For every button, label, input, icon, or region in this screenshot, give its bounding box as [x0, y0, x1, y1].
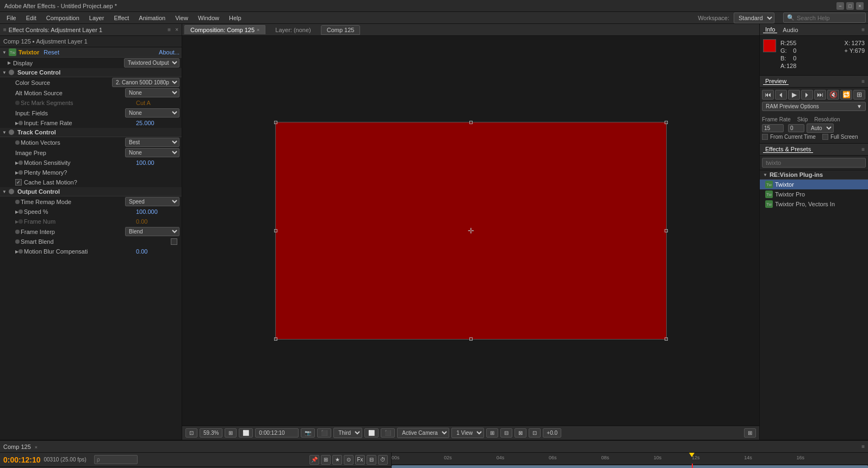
skip-to-end-button[interactable]: ⏭	[814, 90, 826, 100]
motion-sensitivity-value[interactable]: 100.00	[136, 159, 179, 166]
workspace-select[interactable]: Standard	[734, 13, 774, 23]
menu-edit[interactable]: Edit	[22, 14, 41, 22]
search-box[interactable]: 🔍	[783, 13, 866, 23]
handle-left[interactable]	[274, 229, 277, 232]
maximize-viewer-btn[interactable]: ⊞	[744, 428, 756, 438]
menu-composition[interactable]: Composition	[42, 14, 84, 22]
cache-last-motion-checkbox[interactable]: ✓	[15, 179, 22, 186]
channel-btn2[interactable]: ⬛	[381, 428, 395, 438]
time-remap-dropdown[interactable]: Speed	[125, 197, 179, 206]
effects-menu[interactable]: ≡	[861, 146, 865, 152]
comp-tab[interactable]: Composition: Comp 125 ×	[184, 25, 265, 34]
motion-blur-value[interactable]: 0.00	[136, 248, 179, 255]
channel-icon[interactable]: ⬜	[364, 428, 379, 438]
twixtor-collapse-triangle[interactable]: ▼	[2, 50, 7, 55]
mute-button[interactable]: 🔇	[827, 90, 839, 100]
reset-button[interactable]: Reset	[44, 49, 59, 56]
full-screen-checkbox[interactable]	[822, 134, 828, 140]
timecode-display[interactable]: 0:00:12:10	[255, 428, 299, 438]
fit-toggle[interactable]: ⊡	[185, 428, 197, 438]
effects-search-input[interactable]	[762, 158, 866, 168]
frame-interp-dropdown[interactable]: Blend	[125, 227, 179, 236]
menu-animation[interactable]: Animation	[134, 14, 170, 22]
safe-zones-btn[interactable]: ⊟	[500, 428, 512, 438]
menu-layer[interactable]: Layer	[85, 14, 109, 22]
expand-icon[interactable]: ⊞	[744, 428, 756, 438]
minimize-button[interactable]: −	[836, 2, 844, 10]
menu-effect[interactable]: Effect	[109, 14, 133, 22]
display-dropdown[interactable]: Twixtored Output	[124, 58, 179, 67]
source-control-triangle[interactable]: ▼	[2, 70, 7, 75]
step-forward-button[interactable]: ⏵	[801, 90, 813, 100]
exposure-btn[interactable]: +0.0	[543, 428, 561, 438]
snapping-icon[interactable]: ⊡	[529, 428, 541, 438]
menu-file[interactable]: File	[2, 14, 21, 22]
twixtor-pro-effect-item[interactable]: Tw Twixtor Pro	[760, 189, 868, 199]
roi-btn[interactable]: ⬛	[317, 428, 331, 438]
timeline-tab-close[interactable]: ×	[35, 445, 38, 450]
tl-solo-btn[interactable]: ★	[332, 455, 342, 465]
skip-to-start-button[interactable]: ⏮	[762, 90, 774, 100]
resolution-select[interactable]: Auto	[807, 124, 834, 133]
tl-fx-btn[interactable]: Fx	[355, 455, 365, 465]
camera-select[interactable]: Active Camera	[397, 428, 449, 438]
panel-close-icon[interactable]: ×	[175, 27, 178, 33]
timeline-timecode[interactable]: 0:00:12:10	[3, 455, 41, 464]
timeline-menu[interactable]: ≡	[861, 444, 865, 449]
handle-br[interactable]	[665, 337, 668, 341]
comp-label-tab[interactable]: Comp 125	[321, 25, 361, 35]
preview-tab[interactable]: Preview	[763, 78, 789, 85]
handle-tr[interactable]	[665, 121, 668, 124]
speed-pct-value[interactable]: 100.000	[136, 208, 179, 215]
maximize-button[interactable]: □	[846, 2, 854, 10]
info-tab[interactable]: Info	[763, 26, 777, 33]
window-controls[interactable]: − □ ×	[836, 2, 864, 10]
preview-menu[interactable]: ≡	[861, 78, 865, 84]
timeline-search-input[interactable]	[94, 455, 138, 464]
view-count-select[interactable]: 1 View	[451, 428, 484, 438]
preview-options-btn[interactable]: ⊞	[853, 90, 865, 100]
twixtor-effect-item[interactable]: Tw Twixtor	[760, 180, 868, 189]
camera-icon[interactable]: 📷	[301, 428, 315, 438]
smart-blend-checkbox[interactable]	[171, 238, 177, 245]
play-button[interactable]: ▶	[788, 90, 800, 100]
motion-vectors-dropdown[interactable]: Best	[125, 138, 179, 147]
handle-bottom[interactable]	[469, 337, 473, 341]
zoom-level[interactable]: 59.3%	[200, 428, 222, 438]
search-input[interactable]	[797, 15, 862, 21]
menu-view[interactable]: View	[171, 14, 193, 22]
menu-window[interactable]: Window	[194, 14, 224, 22]
revision-plugins-category[interactable]: ▼ RE:Vision Plug-ins	[760, 170, 868, 180]
input-frame-rate-value[interactable]: 25.000	[136, 120, 179, 126]
ram-preview-button[interactable]: RAM Preview Options ▼	[762, 102, 866, 111]
tl-pin-btn[interactable]: 📌	[309, 455, 319, 465]
skip-input[interactable]	[788, 124, 804, 132]
grid-btn[interactable]: ⊞	[486, 428, 498, 438]
color-source-dropdown[interactable]: 2. Canon 500D 1080p	[112, 78, 179, 87]
input-fields-dropdown[interactable]: None	[125, 108, 179, 118]
info-panel-menu[interactable]: ≡	[861, 27, 865, 33]
handle-tl[interactable]	[274, 121, 277, 124]
tl-timer-btn[interactable]: ⏱	[378, 455, 388, 465]
handle-top[interactable]	[469, 121, 473, 124]
tl-draft-btn[interactable]: ⊟	[367, 455, 376, 465]
panel-menu-icon[interactable]: ≡	[168, 27, 171, 33]
close-button[interactable]: ×	[856, 2, 864, 10]
output-control-triangle[interactable]: ▼	[2, 189, 7, 194]
frame-rate-input[interactable]	[762, 124, 784, 132]
twixtor-pro-vectors-effect-item[interactable]: Tw Twixtor Pro, Vectors In	[760, 199, 868, 209]
comp-tab-close[interactable]: ×	[257, 27, 259, 33]
track-control-triangle[interactable]: ▼	[2, 130, 7, 135]
snap-btn[interactable]: ⊠	[514, 428, 526, 438]
loop-button[interactable]: 🔁	[840, 90, 852, 100]
tl-comp-btn[interactable]: ⊞	[321, 455, 331, 465]
handle-bl[interactable]	[274, 337, 277, 341]
pixel-aspect-btn[interactable]: ⊞	[225, 428, 237, 438]
handle-right[interactable]	[665, 229, 668, 232]
alt-motion-source-dropdown[interactable]: None	[125, 88, 179, 97]
step-back-button[interactable]: ⏴	[775, 90, 787, 100]
about-button[interactable]: About...	[159, 49, 179, 56]
menu-help[interactable]: Help	[225, 14, 246, 22]
tl-motion-blur-btn[interactable]: ⊙	[344, 455, 354, 465]
image-prep-dropdown[interactable]: None	[125, 148, 179, 157]
